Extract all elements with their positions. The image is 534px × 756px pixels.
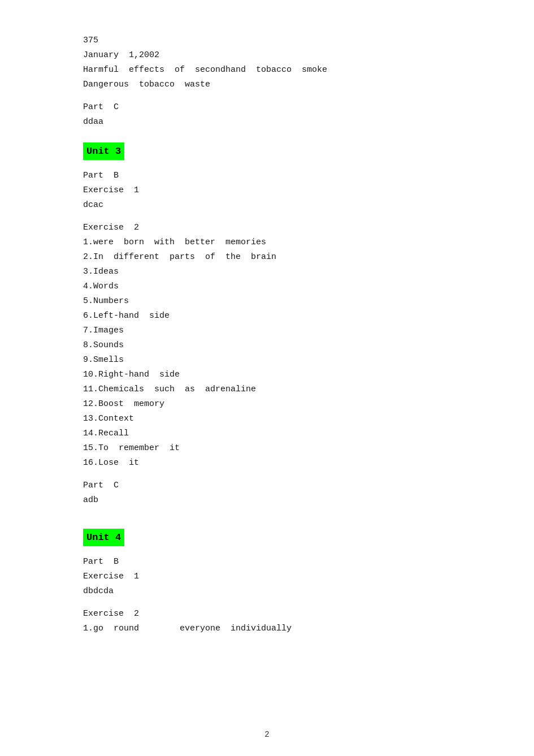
header-line2: January 1,2002	[83, 49, 451, 62]
list-item: 1.were born with better memories	[83, 236, 451, 249]
list-item: 10.Right-hand side	[83, 368, 451, 382]
unit4-badge: Unit 4	[83, 529, 124, 546]
unit2-part-c-label: Part C	[83, 101, 451, 114]
unit3-badge: Unit 3	[83, 142, 124, 160]
unit3-exercise2-items: 1.were born with better memories2.In dif…	[83, 236, 451, 470]
spacer6	[83, 516, 451, 524]
list-item: 4.Words	[83, 280, 451, 293]
unit4-exercise2-label: Exercise 2	[83, 607, 451, 621]
list-item: 13.Context	[83, 412, 451, 426]
unit3-exercise1-answer: dcac	[83, 198, 451, 212]
unit4-exercise1-label: Exercise 1	[83, 570, 451, 584]
list-item: 8.Sounds	[83, 339, 451, 352]
list-item: 11.Chemicals such as adrenaline	[83, 383, 451, 396]
list-item: 15.To remember it	[83, 442, 451, 455]
page: 375 January 1,2002 Harmful effects of se…	[0, 0, 534, 756]
list-item: 5.Numbers	[83, 295, 451, 308]
spacer7	[83, 599, 451, 607]
spacer3	[83, 213, 451, 221]
list-item: 6.Left-hand side	[83, 309, 451, 323]
list-item: 12.Boost memory	[83, 398, 451, 411]
spacer4	[83, 471, 451, 479]
list-item: 3.Ideas	[83, 265, 451, 279]
list-item: 9.Smells	[83, 353, 451, 367]
list-item: 1.go round everyone individually	[83, 622, 451, 636]
unit4-exercise2-items: 1.go round everyone individually	[83, 622, 451, 636]
list-item: 2.In different parts of the brain	[83, 250, 451, 264]
list-item: 7.Images	[83, 324, 451, 338]
unit4-part-b-label: Part B	[83, 555, 451, 569]
unit3-exercise1-label: Exercise 1	[83, 184, 451, 197]
page-number: 2	[264, 730, 269, 739]
unit3-part-c-answer: adb	[83, 494, 451, 507]
spacer1	[83, 93, 451, 101]
unit2-part-c-answer: ddaa	[83, 115, 451, 129]
content: 375 January 1,2002 Harmful effects of se…	[83, 34, 451, 636]
unit4-exercise1-answer: dbdcda	[83, 585, 451, 598]
header-line1: 375	[83, 34, 451, 47]
spacer5	[83, 508, 451, 516]
header-line3: Harmful effects of secondhand tobacco sm…	[83, 63, 451, 77]
spacer2	[83, 130, 451, 138]
list-item: 16.Lose it	[83, 456, 451, 470]
unit3-exercise2-label: Exercise 2	[83, 221, 451, 235]
unit4-badge-container: Unit 4	[83, 526, 451, 551]
list-item: 14.Recall	[83, 427, 451, 440]
unit3-part-b-label: Part B	[83, 169, 451, 183]
unit3-part-c-label: Part C	[83, 479, 451, 493]
unit3-badge-container: Unit 3	[83, 140, 451, 165]
header-line4: Dangerous tobacco waste	[83, 78, 451, 92]
